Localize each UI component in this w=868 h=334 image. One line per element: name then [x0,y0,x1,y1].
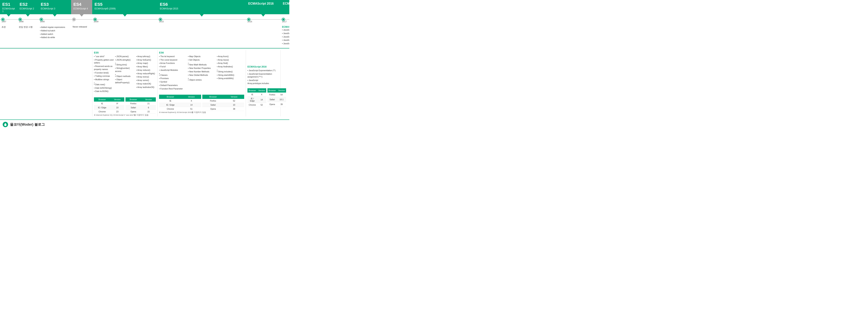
header-es5: ES5 ECMAScript5 (2009) [92,0,158,14]
table-row: Chrome 51 [159,107,201,111]
es5-t2-h2: Version [141,98,156,102]
header-es3: ES3 ECMAScript 3 [38,0,71,14]
es6-c1-f3: For/of [159,65,186,68]
table-row: Chrome 23 [94,110,124,114]
timeline-es2016: 2016 [246,17,280,24]
es1-title: ES1 [2,2,15,7]
year-es1: 1997 [2,20,17,23]
footer: 몰코더(Woder) 블로그 [0,119,289,129]
year-es2: 1998 [19,20,38,23]
col-es4-content [71,50,92,116]
es5-c2-f7: Object defineProperty() [115,78,135,84]
desc-es6 [158,26,246,47]
es5-t1-r2-c0: Chrome [94,110,110,114]
es6-c1-f8: Symbol [159,80,186,84]
header-es1: ES1 ECMAScript 1 [0,0,17,14]
es5-section-label: ES5 [94,51,156,54]
es6-c3-f5: String.includes() [217,70,244,74]
es2017-f0: JavaScript String padding [282,28,289,32]
es5-table2: Browser Version Firefox 21 Safari 6 Oper… [125,98,156,114]
table-row: IE / Edge 14 [247,96,266,103]
timeline-es2017: 2017 [280,17,289,24]
es6-table1: Browser Version IE X IE / Edge 14 Chrome [159,95,201,111]
table-row: Opera 15 [125,110,156,114]
es5-list1: "use strict" Property getters and setter… [94,55,114,93]
es6-c3-f1: Array keys() [217,58,244,62]
timeline-es2: 1998 [17,17,38,24]
es6-features-wrapper: The let keyword The const keyword Arrow … [159,55,244,92]
timeline-es4: - [71,17,92,24]
table-row: IE / Edge 10 [94,106,124,110]
col-es5-content: ES5 "use strict" Property getters and se… [92,50,158,116]
es5-t1-h1: Browser [94,98,110,102]
desc-es5 [92,26,158,47]
timeline-es5: 2009 [92,17,158,24]
es6-section-label: ES6 [159,51,244,54]
es6-col1: The let keyword The const keyword Arrow … [159,55,186,92]
es3-title: ES3 [41,2,69,7]
es5-c2-f4: String[number] access [115,66,135,73]
year-es2017: 2017 [282,20,289,23]
es5-c3-f1: Array forEach() [136,58,156,62]
es6-t2-r1-c0: Safari [202,103,224,107]
year-es4: - [73,20,92,23]
es3-features: Added regular expressions Added try/catc… [40,26,69,39]
col-es3-content [38,50,71,116]
es2-subtitle: ECMAScript 2 [20,7,36,10]
es2017-title: ECMAScript 2017 [283,2,289,5]
es2016-t1-h1: Browser [247,88,257,92]
desc-es1: 초판 [0,26,17,47]
es3-feature-0: Added regular expressions [40,26,69,29]
es1-desc: 초판 [2,26,6,28]
es2017-right-features: JavaScript String padding JavaScript Obj… [282,28,289,46]
es2016-t1-h2: Version [257,88,266,92]
es2016-t2-h1: Browser [268,88,277,92]
es6-c1-f10: Function Rest Parameter [159,87,186,91]
year-es3: 1999 [40,20,71,23]
es6-c1-f2: Arrow Functions [159,61,186,65]
es6-t1-r1-c0: IE / Edge [159,103,182,107]
es1-subtitle: ECMAScript 1 [2,7,15,13]
es2017-f3: JavaScript async functions [282,38,289,42]
es2017-f4: JavaScript shared memory [282,42,289,46]
es6-list1: The let keyword The const keyword Arrow … [159,55,186,91]
es6-t1-r2-c0: Chrome [159,107,182,111]
footer-icon [3,122,8,127]
es5-c1-f0: "use strict" [94,55,114,58]
es6-c1-f1: The const keyword [159,58,186,62]
es2017-f1: JavaScript Object.entries [282,32,289,35]
es5-c1-f1: Property getters and setters [94,58,114,65]
es5-c3-f8: Array indexOf() [136,82,156,86]
es6-c3-f2: Array find() [217,61,244,65]
es2016-t2-r1-c0: Safari [268,97,277,102]
es5-c3-f6: Array every() [136,75,156,79]
es5-c1-f7: Date.now() [94,83,114,86]
es6-c2-f3: New Math Methods [188,63,215,66]
es6-note: ※ Internet Explorer는 ECMAScript 2015를 지원… [159,111,206,113]
table-row: IE 9* [94,102,124,106]
es3-feature-2: Added switch [40,32,69,36]
es2017-right-title: ECMAScript 2017 [282,26,289,28]
col-es1-content [0,50,17,116]
header-es2016: ECMAScript 2016 [246,0,280,14]
es5-c3-f2: Array map() [136,61,156,65]
header-es4: ES4 ECMAScript 4 [71,0,92,14]
es2016-f0: JavaScript Exponentiation (**) [247,69,279,72]
es6-c2-f8: Object entries [188,78,215,82]
es5-t2-r2-c1: 15 [141,110,156,114]
es6-c1-f6: Classes [159,74,186,77]
es2016-t2-r0-c0: Firefox [268,92,277,97]
desc-es4: Never released [71,26,92,47]
table-row: Safari 6 [125,106,156,110]
es5-c1-f3: Function bind() [94,71,114,75]
es5-c2-f3: String.trim() [115,63,135,66]
es6-c1-f7: Promises [159,77,186,80]
timeline-es6: 2015 [158,17,246,24]
es5-list2: JSON.parse() JSON.stringify() String.tri… [115,55,135,84]
table-row: IE / Edge 14 [159,103,201,107]
desc-es2: 편집 변경 사항 [17,26,38,47]
es6-c3-f0: Array.from() [217,55,244,58]
es6-t1-r2-c1: 51 [182,107,201,111]
header-es2017: ECMAScript 2017 [280,0,289,14]
es2016-features: JavaScript Exponentiation (**) JavaScrip… [247,69,279,85]
